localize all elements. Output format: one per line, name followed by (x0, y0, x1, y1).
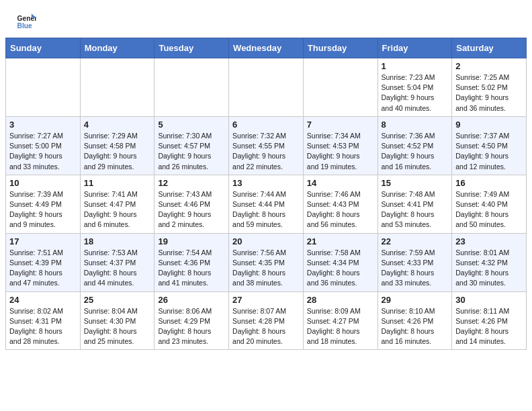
day-detail: Sunrise: 8:01 AM Sunset: 4:32 PM Dayligh… (455, 248, 523, 289)
weekday-header: Monday (80, 38, 154, 58)
calendar-cell: 27Sunrise: 8:07 AM Sunset: 4:28 PM Dayli… (229, 291, 304, 350)
day-detail: Sunrise: 7:51 AM Sunset: 4:39 PM Dayligh… (9, 248, 77, 289)
page-header: General Blue (0, 0, 532, 38)
day-number: 28 (307, 295, 374, 305)
logo-icon: General Blue (16, 12, 36, 31)
day-detail: Sunrise: 8:11 AM Sunset: 4:26 PM Dayligh… (455, 306, 523, 347)
day-number: 25 (84, 295, 151, 305)
day-number: 21 (307, 236, 374, 246)
day-detail: Sunrise: 7:27 AM Sunset: 5:00 PM Dayligh… (9, 131, 77, 172)
day-detail: Sunrise: 7:43 AM Sunset: 4:46 PM Dayligh… (158, 189, 225, 230)
calendar-cell: 5Sunrise: 7:30 AM Sunset: 4:57 PM Daylig… (154, 116, 229, 175)
day-detail: Sunrise: 7:46 AM Sunset: 4:43 PM Dayligh… (307, 189, 374, 230)
day-number: 1 (382, 61, 449, 71)
day-detail: Sunrise: 8:09 AM Sunset: 4:27 PM Dayligh… (307, 306, 374, 347)
calendar-cell: 30Sunrise: 8:11 AM Sunset: 4:26 PM Dayli… (452, 291, 527, 350)
weekday-header: Wednesday (229, 38, 304, 58)
calendar-cell: 9Sunrise: 7:37 AM Sunset: 4:50 PM Daylig… (452, 116, 527, 175)
day-detail: Sunrise: 7:36 AM Sunset: 4:52 PM Dayligh… (382, 131, 449, 172)
weekday-header: Thursday (303, 38, 378, 58)
day-number: 3 (9, 120, 77, 130)
day-number: 23 (455, 236, 523, 246)
day-detail: Sunrise: 7:23 AM Sunset: 5:04 PM Dayligh… (382, 73, 449, 113)
day-detail: Sunrise: 7:37 AM Sunset: 4:50 PM Dayligh… (455, 131, 523, 172)
calendar-cell: 2Sunrise: 7:25 AM Sunset: 5:02 PM Daylig… (452, 58, 527, 117)
day-number: 11 (84, 178, 151, 188)
calendar-wrapper: SundayMondayTuesdayWednesdayThursdayFrid… (0, 38, 532, 355)
day-number: 6 (232, 120, 300, 130)
day-number: 29 (382, 295, 449, 305)
day-number: 20 (232, 236, 300, 246)
day-number: 12 (158, 178, 225, 188)
calendar-cell: 19Sunrise: 7:54 AM Sunset: 4:36 PM Dayli… (154, 233, 229, 291)
calendar-cell: 1Sunrise: 7:23 AM Sunset: 5:04 PM Daylig… (378, 58, 452, 117)
calendar-cell: 29Sunrise: 8:10 AM Sunset: 4:26 PM Dayli… (378, 291, 452, 350)
day-number: 4 (84, 120, 151, 130)
day-number: 27 (232, 295, 300, 305)
weekday-header: Saturday (452, 38, 527, 58)
day-detail: Sunrise: 8:10 AM Sunset: 4:26 PM Dayligh… (382, 306, 449, 347)
calendar-cell: 4Sunrise: 7:29 AM Sunset: 4:58 PM Daylig… (80, 116, 154, 175)
day-number: 2 (455, 61, 523, 71)
day-detail: Sunrise: 8:04 AM Sunset: 4:30 PM Dayligh… (84, 306, 151, 347)
weekday-header: Friday (378, 38, 452, 58)
calendar-cell: 28Sunrise: 8:09 AM Sunset: 4:27 PM Dayli… (303, 291, 378, 350)
calendar-cell: 11Sunrise: 7:41 AM Sunset: 4:47 PM Dayli… (80, 175, 154, 233)
day-detail: Sunrise: 7:56 AM Sunset: 4:35 PM Dayligh… (232, 248, 300, 289)
calendar-cell: 25Sunrise: 8:04 AM Sunset: 4:30 PM Dayli… (80, 291, 154, 350)
calendar-cell: 15Sunrise: 7:48 AM Sunset: 4:41 PM Dayli… (378, 175, 452, 233)
calendar-cell: 10Sunrise: 7:39 AM Sunset: 4:49 PM Dayli… (6, 175, 81, 233)
calendar-cell (6, 58, 81, 117)
calendar-cell: 6Sunrise: 7:32 AM Sunset: 4:55 PM Daylig… (229, 116, 304, 175)
day-detail: Sunrise: 7:54 AM Sunset: 4:36 PM Dayligh… (158, 248, 225, 289)
calendar-cell: 22Sunrise: 7:59 AM Sunset: 4:33 PM Dayli… (378, 233, 452, 291)
day-number: 7 (307, 120, 374, 130)
logo: General Blue (16, 12, 39, 31)
day-number: 16 (455, 178, 523, 188)
day-detail: Sunrise: 7:32 AM Sunset: 4:55 PM Dayligh… (232, 131, 300, 172)
day-detail: Sunrise: 7:39 AM Sunset: 4:49 PM Dayligh… (9, 189, 77, 230)
day-number: 18 (84, 236, 151, 246)
calendar-cell (80, 58, 154, 117)
calendar-cell: 21Sunrise: 7:58 AM Sunset: 4:34 PM Dayli… (303, 233, 378, 291)
weekday-header: Sunday (6, 38, 81, 58)
calendar-cell: 20Sunrise: 7:56 AM Sunset: 4:35 PM Dayli… (229, 233, 304, 291)
day-number: 8 (382, 120, 449, 130)
calendar-body: 1Sunrise: 7:23 AM Sunset: 5:04 PM Daylig… (6, 58, 527, 350)
calendar-cell: 8Sunrise: 7:36 AM Sunset: 4:52 PM Daylig… (378, 116, 452, 175)
day-detail: Sunrise: 7:41 AM Sunset: 4:47 PM Dayligh… (84, 189, 151, 230)
calendar-cell: 7Sunrise: 7:34 AM Sunset: 4:53 PM Daylig… (303, 116, 378, 175)
weekday-header: Tuesday (154, 38, 229, 58)
day-detail: Sunrise: 8:06 AM Sunset: 4:29 PM Dayligh… (158, 306, 225, 347)
day-detail: Sunrise: 7:44 AM Sunset: 4:44 PM Dayligh… (232, 189, 300, 230)
day-number: 24 (9, 295, 77, 305)
day-detail: Sunrise: 7:29 AM Sunset: 4:58 PM Dayligh… (84, 131, 151, 172)
day-detail: Sunrise: 8:07 AM Sunset: 4:28 PM Dayligh… (232, 306, 300, 347)
calendar-cell: 3Sunrise: 7:27 AM Sunset: 5:00 PM Daylig… (6, 116, 81, 175)
day-number: 13 (232, 178, 300, 188)
day-number: 5 (158, 120, 225, 130)
day-number: 26 (158, 295, 225, 305)
day-detail: Sunrise: 7:25 AM Sunset: 5:02 PM Dayligh… (455, 73, 523, 113)
calendar-cell: 17Sunrise: 7:51 AM Sunset: 4:39 PM Dayli… (6, 233, 81, 291)
day-detail: Sunrise: 7:49 AM Sunset: 4:40 PM Dayligh… (455, 189, 523, 230)
day-number: 19 (158, 236, 225, 246)
calendar-table: SundayMondayTuesdayWednesdayThursdayFrid… (5, 38, 527, 350)
day-number: 14 (307, 178, 374, 188)
day-number: 17 (9, 236, 77, 246)
day-number: 30 (455, 295, 523, 305)
day-number: 10 (9, 178, 77, 188)
calendar-cell (229, 58, 304, 117)
day-detail: Sunrise: 7:53 AM Sunset: 4:37 PM Dayligh… (84, 248, 151, 289)
calendar-cell: 24Sunrise: 8:02 AM Sunset: 4:31 PM Dayli… (6, 291, 81, 350)
day-number: 15 (382, 178, 449, 188)
calendar-cell: 12Sunrise: 7:43 AM Sunset: 4:46 PM Dayli… (154, 175, 229, 233)
calendar-cell: 16Sunrise: 7:49 AM Sunset: 4:40 PM Dayli… (452, 175, 527, 233)
day-detail: Sunrise: 7:59 AM Sunset: 4:33 PM Dayligh… (382, 248, 449, 289)
day-detail: Sunrise: 7:34 AM Sunset: 4:53 PM Dayligh… (307, 131, 374, 172)
day-detail: Sunrise: 7:30 AM Sunset: 4:57 PM Dayligh… (158, 131, 225, 172)
svg-text:Blue: Blue (17, 22, 33, 30)
calendar-cell (154, 58, 229, 117)
calendar-cell: 26Sunrise: 8:06 AM Sunset: 4:29 PM Dayli… (154, 291, 229, 350)
calendar-cell: 14Sunrise: 7:46 AM Sunset: 4:43 PM Dayli… (303, 175, 378, 233)
